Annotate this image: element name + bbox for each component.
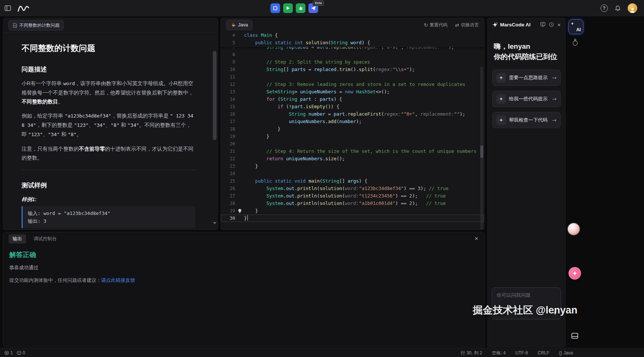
warnings-indicator[interactable]: 0	[17, 350, 25, 356]
line-number[interactable]: 9	[221, 58, 235, 66]
code-line-21[interactable]: 21 // Step 4: Return the size of the set…	[221, 148, 484, 155]
close-ai-panel-icon[interactable]: ×	[557, 22, 561, 28]
code-line-9[interactable]: 9 // Step 2: Split the string by spaces	[221, 58, 484, 66]
feedback-link[interactable]: 请点此链接反馈	[101, 277, 135, 283]
problem-tab[interactable]: 不同整数的计数问题	[9, 20, 64, 30]
line-number[interactable]: 10	[221, 66, 235, 73]
line-number[interactable]: 24	[221, 170, 235, 177]
code-line-14[interactable]: 14 for (String part : parts) {	[221, 96, 484, 103]
user-avatar[interactable]	[628, 3, 637, 13]
history-icon[interactable]	[549, 22, 554, 27]
ai-sidebar-toggle-button[interactable]: AI	[568, 19, 583, 34]
cursor-position[interactable]: 行 30, 列 2	[461, 350, 482, 356]
line-number[interactable]: 30	[221, 215, 235, 222]
code-text[interactable]: // Step 2: Split the string by spaces	[244, 58, 484, 66]
code-text[interactable]: }	[244, 125, 484, 133]
line-number[interactable]: 18	[221, 125, 235, 133]
code-text[interactable]: Set<String> uniqueNumbers = new HashSet<…	[244, 88, 484, 96]
code-line-20[interactable]: 20	[221, 140, 484, 148]
code-line-26[interactable]: 26 System.out.println(solution(word:"a12…	[221, 185, 484, 192]
line-number[interactable]: 20	[221, 140, 235, 148]
marscode-logo[interactable]	[17, 4, 30, 13]
code-text[interactable]: if (!part.isEmpty()) {	[244, 103, 484, 110]
code-text[interactable]: public static int solution(String word) …	[244, 39, 484, 46]
code-text[interactable]: }	[244, 163, 484, 170]
submit-button[interactable]: Beta	[308, 3, 318, 13]
scroll-down-arrow[interactable]	[213, 222, 217, 224]
code-line-19[interactable]: 19 }	[221, 133, 484, 140]
ai-chat-input[interactable]: 你可以问我问题	[492, 287, 561, 319]
code-line-10[interactable]: 10 String[] parts = replaced.trim().spli…	[221, 66, 484, 73]
line-number[interactable]: 8	[221, 51, 235, 58]
code-text[interactable]: System.out.println(solution(word:"t1234c…	[244, 192, 484, 200]
stop-button[interactable]	[270, 3, 280, 13]
line-number[interactable]: 16	[221, 110, 235, 118]
code-line-30[interactable]: 30}	[221, 215, 484, 222]
code-text[interactable]: }	[244, 215, 484, 222]
code-text[interactable]	[244, 170, 484, 177]
code-text[interactable]: String number = part.replaceFirst(regex:…	[244, 110, 484, 118]
debug-button[interactable]	[296, 3, 305, 13]
sidebar-toggle-icon[interactable]	[4, 5, 11, 12]
code-text[interactable]	[244, 140, 484, 148]
pendant-icon[interactable]	[572, 39, 579, 46]
tab-debug-console[interactable]: 调试控制台	[31, 234, 59, 244]
language-mode[interactable]: {} Java	[559, 350, 573, 356]
code-line-15[interactable]: 15 if (!part.isEmpty()) {	[221, 103, 484, 110]
code-line-28[interactable]: 28 System.out.println(solution(word:"a1b…	[221, 200, 484, 207]
code-text[interactable]: public static void main(String[] args) {	[244, 177, 484, 185]
suggestion-check-code-button[interactable]: 帮我检查一下代码 →	[492, 112, 561, 128]
code-text[interactable]	[244, 73, 484, 81]
bottom-panel-toggle-icon[interactable]	[571, 332, 579, 340]
run-button[interactable]	[283, 3, 293, 13]
code-text[interactable]: uniqueNumbers.add(number);	[244, 118, 484, 125]
tab-java[interactable]: Java	[226, 20, 253, 30]
code-line-22[interactable]: 22 return uniqueNumbers.size();	[221, 155, 484, 163]
line-number[interactable]: 23	[221, 163, 235, 170]
switch-language-button[interactable]: ⇄ 切换语言	[455, 22, 479, 28]
bell-icon[interactable]	[615, 5, 621, 12]
line-number[interactable]: 17	[221, 118, 235, 125]
line-number[interactable]: 21	[221, 148, 235, 155]
lightbulb-icon[interactable]	[235, 207, 244, 215]
code-line-7[interactable]: 7 String replaced = word.replaceAll(rege…	[221, 47, 484, 51]
code-line-27[interactable]: 27 System.out.println(solution(word:"t12…	[221, 192, 484, 200]
code-area[interactable]: 4class Main {5 public static int solutio…	[221, 32, 484, 229]
errors-indicator[interactable]: 1	[4, 350, 13, 356]
code-line-11[interactable]: 11	[221, 73, 484, 81]
line-number[interactable]: 19	[221, 133, 235, 140]
tab-output[interactable]: 输出	[9, 234, 26, 244]
code-text[interactable]: // Step 3: Remove leading zeros and stor…	[244, 81, 484, 88]
suggestion-code-hint-button[interactable]: 给我一些代码提示 →	[492, 91, 561, 107]
code-text[interactable]: // Step 4: Return the size of the set, w…	[244, 148, 484, 155]
code-line-25[interactable]: 25 public static void main(String[] args…	[221, 177, 484, 185]
line-ending-setting[interactable]: CRLF	[538, 350, 549, 356]
code-line-12[interactable]: 12 // Step 3: Remove leading zeros and s…	[221, 81, 484, 88]
code-text[interactable]: for (String part : parts) {	[244, 96, 484, 103]
code-text[interactable]: return uniqueNumbers.size();	[244, 155, 484, 163]
line-number[interactable]: 7	[221, 47, 235, 51]
close-output-icon[interactable]: ×	[475, 235, 478, 242]
code-line-17[interactable]: 17 uniqueNumbers.add(number);	[221, 118, 484, 125]
indentation-setting[interactable]: 空格: 4	[492, 350, 506, 356]
line-number[interactable]: 29	[221, 207, 235, 215]
code-line-5[interactable]: 5 public static int solution(String word…	[221, 39, 484, 46]
line-number[interactable]: 11	[221, 73, 235, 81]
ai-companion-avatar[interactable]	[567, 222, 580, 236]
code-line-29[interactable]: 29 }	[221, 207, 484, 215]
line-number[interactable]: 13	[221, 88, 235, 96]
problem-scrollbar-thumb[interactable]	[213, 51, 217, 140]
code-text[interactable]: }	[244, 133, 484, 140]
line-number[interactable]: 27	[221, 192, 235, 200]
reset-code-button[interactable]: ↻ 重置代码	[424, 22, 448, 28]
suggestion-idea-hint-button[interactable]: 需要一点思路提示 →	[492, 70, 561, 86]
line-number[interactable]: 25	[221, 177, 235, 185]
line-number[interactable]: 14	[221, 96, 235, 103]
line-number[interactable]: 4	[221, 32, 235, 39]
code-line-13[interactable]: 13 Set<String> uniqueNumbers = new HashS…	[221, 88, 484, 96]
line-number[interactable]: 28	[221, 200, 235, 207]
line-number[interactable]: 26	[221, 185, 235, 192]
send-message-icon[interactable]	[551, 310, 557, 316]
code-text[interactable]	[244, 51, 484, 58]
code-line-24[interactable]: 24	[221, 170, 484, 177]
